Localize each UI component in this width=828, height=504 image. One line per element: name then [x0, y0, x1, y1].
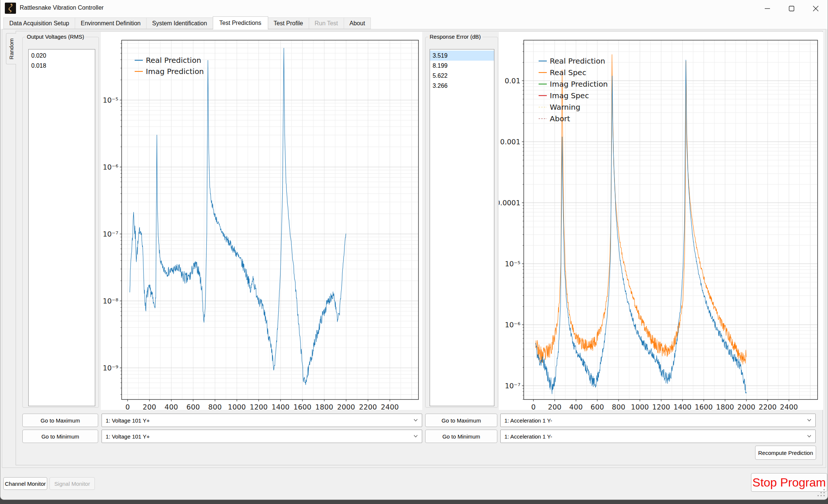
- chevron-down-icon: [807, 435, 811, 438]
- tab-test-profile[interactable]: Test Profile: [268, 17, 309, 29]
- svg-text:10⁻⁹: 10⁻⁹: [103, 364, 118, 372]
- chevron-down-icon: [807, 419, 811, 422]
- svg-text:1000: 1000: [228, 403, 246, 410]
- list-item[interactable]: 8.199: [430, 61, 494, 71]
- svg-text:10⁻⁵: 10⁻⁵: [103, 96, 118, 104]
- svg-text:1400: 1400: [272, 403, 289, 410]
- svg-text:200: 200: [548, 403, 561, 410]
- output-voltages-group: Output Voltages (RMS) 0.0200.018: [22, 37, 99, 408]
- max-channel-combo-right[interactable]: 1: Acceleration 1 Y-: [500, 414, 816, 427]
- svg-text:10⁻⁸: 10⁻⁸: [103, 297, 118, 305]
- tab-about[interactable]: About: [344, 17, 371, 29]
- list-item[interactable]: 5.622: [430, 71, 494, 81]
- response-error-title: Response Error (dB): [428, 33, 482, 40]
- svg-text:10⁻⁶: 10⁻⁶: [505, 321, 520, 329]
- combo-value: 1: Acceleration 1 Y-: [504, 433, 552, 440]
- svg-text:1800: 1800: [315, 403, 333, 410]
- svg-text:2200: 2200: [359, 403, 377, 410]
- maximize-icon: [789, 6, 795, 12]
- svg-text:1600: 1600: [695, 403, 713, 410]
- svg-text:Real Prediction: Real Prediction: [550, 57, 605, 65]
- chevron-down-icon: [414, 419, 418, 422]
- rattlesnake-logo-icon: [5, 3, 16, 14]
- go-to-minimum-button-right[interactable]: Go to Minimum: [425, 430, 497, 443]
- go-to-minimum-button-left[interactable]: Go to Minimum: [22, 430, 98, 443]
- app-window: Rattlesnake Vibration Controller Data Ac…: [0, 0, 828, 500]
- svg-text:0: 0: [531, 403, 536, 410]
- list-item[interactable]: 0.018: [29, 61, 95, 71]
- chevron-down-icon: [414, 435, 418, 438]
- response-error-group: Response Error (dB) 3.5198.1995.6223.266: [425, 37, 498, 408]
- title-bar: Rattlesnake Vibration Controller: [0, 0, 828, 17]
- svg-text:2200: 2200: [759, 403, 777, 410]
- svg-text:Real Prediction: Real Prediction: [146, 56, 201, 65]
- tab-test-predictions[interactable]: Test Predictions: [213, 16, 268, 29]
- minimize-button[interactable]: [755, 0, 779, 17]
- svg-text:1800: 1800: [716, 403, 734, 410]
- svg-text:Imag Spec: Imag Spec: [550, 91, 589, 100]
- tab-system-identification[interactable]: System Identification: [146, 17, 213, 29]
- svg-text:2000: 2000: [337, 403, 355, 410]
- tab-run-test: Run Test: [309, 17, 344, 29]
- svg-text:200: 200: [143, 403, 156, 410]
- svg-text:1600: 1600: [293, 403, 311, 410]
- svg-text:800: 800: [612, 403, 625, 410]
- output-voltages-list[interactable]: 0.0200.018: [28, 49, 95, 406]
- side-tab-label: Random: [8, 38, 15, 60]
- tab-data-acquisition-setup[interactable]: Data Acquisition Setup: [3, 17, 75, 29]
- recompute-prediction-button[interactable]: Recompute Prediction: [755, 446, 816, 460]
- svg-text:Warning: Warning: [550, 103, 580, 112]
- combo-value: 1: Acceleration 1 Y-: [504, 417, 552, 424]
- random-tab-pane: Output Voltages (RMS) 0.0200.018 0200400…: [16, 31, 823, 465]
- svg-text:1200: 1200: [250, 403, 267, 410]
- svg-text:10⁻⁷: 10⁻⁷: [505, 382, 520, 390]
- output-voltages-title: Output Voltages (RMS): [25, 33, 86, 40]
- svg-text:1400: 1400: [674, 403, 691, 410]
- list-item[interactable]: 3.519: [430, 51, 494, 61]
- signal-monitor-button[interactable]: Signal Monitor: [49, 477, 95, 490]
- close-icon: [813, 6, 819, 12]
- svg-text:2000: 2000: [737, 403, 755, 410]
- go-to-maximum-button-right[interactable]: Go to Maximum: [425, 414, 497, 427]
- svg-text:Imag Prediction: Imag Prediction: [550, 80, 608, 89]
- list-item[interactable]: 3.266: [430, 81, 494, 91]
- list-item[interactable]: 0.020: [29, 51, 95, 61]
- side-tab-random[interactable]: Random: [6, 33, 16, 64]
- svg-text:Abort: Abort: [550, 114, 570, 123]
- combo-value: 1: Voltage 101 Y+: [106, 417, 150, 424]
- combo-value: 1: Voltage 101 Y+: [106, 433, 150, 440]
- test-predictions-pane: Random Output Voltages (RMS) 0.0200.018 …: [2, 29, 826, 468]
- min-channel-combo-left[interactable]: 1: Voltage 101 Y+: [102, 430, 422, 443]
- response-chart: 0200400600800100012001400160018002000220…: [499, 32, 823, 410]
- max-channel-combo-left[interactable]: 1: Voltage 101 Y+: [102, 414, 422, 427]
- svg-text:0: 0: [125, 403, 130, 410]
- svg-text:400: 400: [569, 403, 583, 410]
- svg-text:2400: 2400: [780, 403, 798, 410]
- svg-text:0.001: 0.001: [500, 138, 520, 146]
- tab-environment-definition[interactable]: Environment Definition: [75, 17, 147, 29]
- svg-text:1000: 1000: [631, 403, 649, 410]
- stop-program-label: Stop Program: [752, 476, 826, 489]
- main-tab-bar: Data Acquisition SetupEnvironment Defini…: [0, 17, 828, 29]
- prediction-chart: 0200400600800100012001400160018002000220…: [101, 32, 422, 410]
- go-to-maximum-button-left[interactable]: Go to Maximum: [22, 414, 98, 427]
- window-title: Rattlesnake Vibration Controller: [20, 4, 104, 11]
- svg-text:Real Spec: Real Spec: [550, 68, 586, 77]
- maximize-button[interactable]: [780, 0, 803, 17]
- channel-monitor-button[interactable]: Channel Monitor: [3, 477, 47, 490]
- svg-text:1200: 1200: [652, 403, 670, 410]
- resize-grip[interactable]: [816, 488, 826, 497]
- svg-text:10⁻⁷: 10⁻⁷: [103, 230, 118, 238]
- response-error-list[interactable]: 3.5198.1995.6223.266: [430, 49, 494, 406]
- close-button[interactable]: [804, 0, 828, 17]
- svg-text:0.01: 0.01: [505, 77, 520, 85]
- svg-text:600: 600: [186, 403, 200, 410]
- svg-text:Imag Prediction: Imag Prediction: [146, 67, 204, 76]
- svg-text:800: 800: [208, 403, 222, 410]
- svg-text:400: 400: [164, 403, 178, 410]
- svg-text:0.0001: 0.0001: [499, 199, 520, 207]
- svg-text:10⁻⁶: 10⁻⁶: [103, 163, 118, 171]
- minimize-icon: [764, 6, 770, 12]
- svg-text:2400: 2400: [381, 403, 399, 410]
- min-channel-combo-right[interactable]: 1: Acceleration 1 Y-: [500, 430, 816, 443]
